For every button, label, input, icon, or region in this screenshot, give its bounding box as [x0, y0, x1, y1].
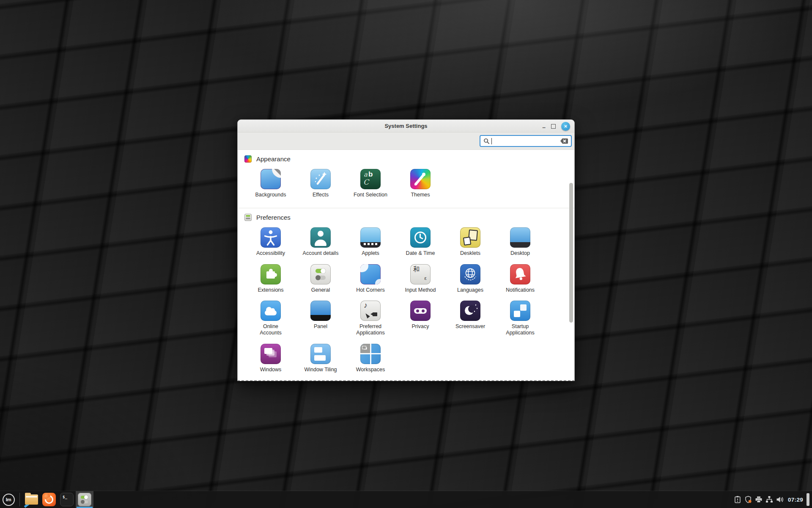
settings-item-panel[interactable]: Panel — [296, 301, 346, 336]
item-label: Workspaces — [356, 367, 385, 373]
settings-item-desktop[interactable]: Desktop — [495, 227, 545, 257]
item-label: Themes — [411, 192, 430, 198]
settings-item-privacy[interactable]: Privacy — [395, 301, 445, 336]
maximize-button[interactable] — [551, 124, 556, 129]
settings-item-account-details[interactable]: Account details — [296, 227, 346, 257]
printer-tray-button[interactable] — [754, 491, 764, 508]
item-label: Hot Corners — [356, 287, 384, 293]
volume-tray-button[interactable] — [775, 491, 785, 508]
preferences-grid: Accessibility Account details Applets Da… — [246, 227, 568, 373]
item-label: Window Tiling — [304, 367, 337, 373]
item-label: Applets — [362, 250, 379, 257]
workspaces-icon — [360, 344, 381, 364]
item-label: Accessibility — [256, 250, 285, 257]
settings-item-desklets[interactable]: Desklets — [445, 227, 495, 257]
item-label: Screensaver — [455, 323, 485, 330]
item-label: Languages — [457, 287, 483, 293]
window-title: System Settings — [238, 120, 574, 133]
item-label: Account details — [303, 250, 339, 257]
accessibility-icon — [261, 227, 281, 248]
settings-item-general[interactable]: General — [296, 264, 346, 293]
item-label: Effects — [313, 192, 329, 198]
item-label: General — [311, 287, 330, 293]
search-box[interactable] — [480, 135, 572, 147]
file-manager-launcher[interactable] — [22, 491, 40, 508]
settings-item-input-method[interactable]: 和ε Input Method — [395, 264, 445, 293]
settings-item-startup-applications[interactable]: Startup Applications — [495, 301, 545, 336]
search-input[interactable] — [492, 138, 560, 144]
shield-alert-icon — [744, 496, 752, 503]
terminal-launcher[interactable]: $_ — [58, 491, 76, 508]
item-label: Backgrounds — [255, 192, 286, 198]
clear-search-icon[interactable] — [560, 138, 568, 144]
item-label: Windows — [260, 367, 282, 373]
settings-item-accessibility[interactable]: Accessibility — [246, 227, 296, 257]
account-details-icon — [310, 227, 331, 248]
search-toolbar — [238, 133, 574, 150]
item-label: Desklets — [460, 250, 480, 257]
section-title: Appearance — [256, 155, 291, 163]
firewall-tray-button[interactable] — [743, 491, 754, 508]
firefox-launcher[interactable] — [40, 491, 58, 508]
taskbar: lm $_ — [0, 491, 812, 508]
settings-item-notifications[interactable]: Notifications — [495, 264, 545, 293]
privacy-icon — [410, 301, 431, 321]
settings-item-screensaver[interactable]: Screensaver — [445, 301, 495, 336]
screensaver-icon — [460, 301, 480, 321]
printer-icon — [755, 496, 763, 503]
settings-item-backgrounds[interactable]: Backgrounds — [246, 169, 296, 198]
section-title: Preferences — [256, 214, 291, 221]
mint-menu-button[interactable]: lm — [0, 491, 17, 508]
general-icon — [310, 264, 331, 284]
settings-item-font-selection[interactable]: abC Font Selection — [346, 169, 395, 198]
show-desktop-button[interactable] — [807, 493, 809, 506]
desklets-icon — [460, 227, 480, 248]
effects-icon — [310, 169, 331, 189]
search-icon — [483, 138, 490, 144]
panel-icon — [310, 301, 331, 321]
languages-icon — [460, 264, 480, 284]
settings-item-online-accounts[interactable]: Online Accounts — [246, 301, 296, 336]
settings-item-preferred-applications[interactable]: ♪ Preferred Applications — [346, 301, 395, 336]
preferences-section-icon — [244, 214, 252, 221]
item-label: Input Method — [405, 287, 436, 293]
window-titlebar[interactable]: System Settings – ✕ — [238, 120, 574, 133]
settings-item-effects[interactable]: Effects — [296, 169, 346, 198]
taskbar-clock[interactable]: 07:29 — [788, 497, 803, 503]
settings-item-hot-corners[interactable]: Hot Corners — [346, 264, 395, 293]
item-label: Extensions — [258, 287, 283, 293]
settings-item-themes[interactable]: Themes — [395, 169, 445, 198]
clipboard-alert-icon — [734, 496, 741, 503]
item-label: Desktop — [510, 250, 530, 257]
update-manager-tray-button[interactable] — [732, 491, 743, 508]
desktop-wallpaper: System Settings – ✕ Appearance — [0, 0, 812, 508]
settings-item-extensions[interactable]: Extensions — [246, 264, 296, 293]
settings-item-window-tiling[interactable]: Window Tiling — [296, 344, 346, 373]
windows-icon — [261, 344, 281, 364]
system-settings-task-button[interactable] — [76, 491, 93, 508]
scrollbar-thumb[interactable] — [569, 183, 573, 323]
section-divider — [238, 208, 574, 208]
desktop-icon — [510, 227, 530, 248]
system-tray: 07:29 — [732, 491, 812, 508]
notifications-icon — [510, 264, 530, 284]
input-method-icon: 和ε — [410, 264, 431, 284]
backgrounds-icon — [261, 169, 281, 189]
minimize-button[interactable]: – — [542, 123, 546, 130]
date-time-icon — [410, 227, 431, 248]
folder-icon — [25, 494, 38, 505]
mint-logo-icon: lm — [3, 494, 15, 506]
close-button[interactable]: ✕ — [561, 122, 570, 131]
settings-item-windows[interactable]: Windows — [246, 344, 296, 373]
settings-item-date-time[interactable]: Date & Time — [395, 227, 445, 257]
item-label: Notifications — [506, 287, 535, 293]
applets-icon — [360, 227, 381, 248]
settings-item-applets[interactable]: Applets — [346, 227, 395, 257]
item-label: Privacy — [412, 323, 429, 330]
settings-item-workspaces[interactable]: Workspaces — [346, 344, 395, 373]
themes-icon — [410, 169, 431, 189]
network-tray-button[interactable] — [764, 491, 775, 508]
settings-item-languages[interactable]: Languages — [445, 264, 495, 293]
startup-applications-icon — [510, 301, 530, 321]
terminal-icon: $_ — [60, 493, 74, 506]
